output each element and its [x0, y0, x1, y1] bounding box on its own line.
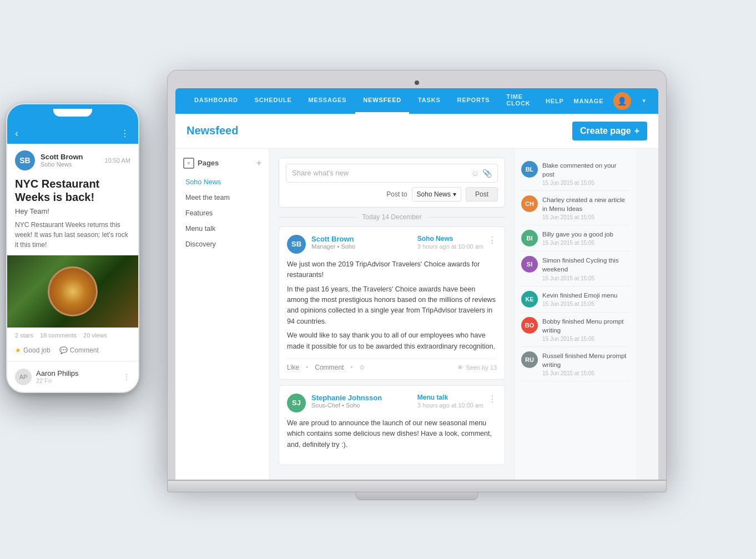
- post-more-menu-1[interactable]: ⋮: [488, 235, 497, 245]
- sidebar-nav-list: Soho News Meet the team Features Menu ta…: [175, 174, 269, 252]
- phone-footer-item: AP Aaron Philips 22 Fri ⋮: [7, 361, 138, 392]
- activity-text-5: Bobby finished Menu prompt writing: [542, 317, 629, 335]
- activity-time-0: 15 Jun 2015 at 15:05: [542, 180, 629, 186]
- phone-comment-button[interactable]: 💬 Comment: [59, 346, 99, 354]
- phone-post-title: NYC Restaurant Weeks is back!: [7, 175, 138, 207]
- star-button-1[interactable]: ☆: [359, 364, 365, 371]
- sidebar-header: ≡ Pages +: [175, 158, 269, 174]
- phone-comments-stat: 18 comments: [40, 332, 77, 339]
- post-author-name-2[interactable]: Stephanie Johnsson: [311, 394, 382, 402]
- share-input-row[interactable]: Share what's new ☺ 📎: [286, 164, 498, 183]
- post-page-tag-1[interactable]: Soho News: [417, 235, 483, 243]
- share-icons: ☺ 📎: [471, 169, 492, 178]
- activity-text-4: Kevin finished Emoji menu: [542, 291, 618, 300]
- activity-text-1: Charley created a new article in Menu Id…: [542, 195, 629, 213]
- phone-post-stats: 2 stars 18 comments 20 views: [7, 328, 138, 343]
- sidebar-item-soho-news[interactable]: Soho News: [175, 174, 269, 190]
- post-time-1: 3 hours ago at 10:00 am: [417, 243, 483, 250]
- nav-user-avatar[interactable]: 👤: [613, 92, 631, 110]
- phone-mockup: ‹ ⋮ SB Scott Brown Soho News 10:50 AM NY…: [6, 103, 139, 393]
- phone-author-sub: Soho News: [41, 161, 99, 168]
- attachment-icon[interactable]: 📎: [482, 169, 492, 178]
- phone-menu-button[interactable]: ⋮: [120, 128, 130, 139]
- activity-avatar-2: BI: [521, 230, 538, 246]
- nav-item-schedule[interactable]: SCHEDULE: [247, 88, 300, 114]
- sidebar-item-menu-talk[interactable]: Menu talk: [175, 221, 269, 236]
- nav-item-timeclock[interactable]: TIME CLOCK: [498, 88, 546, 114]
- laptop-screen: DASHBOARD SCHEDULE MESSAGES NEWSFEED TAS…: [175, 88, 658, 480]
- sidebar: ≡ Pages + Soho News Meet the team Featur…: [175, 149, 270, 480]
- post-body-1: We just won the 2019 TripAdvisor Travele…: [287, 259, 497, 352]
- sidebar-section-label: Pages: [198, 159, 219, 167]
- seen-count-1: 👁 Seen by 13: [457, 364, 497, 371]
- nav-item-tasks[interactable]: TASKS: [410, 88, 448, 114]
- phone-footer-menu[interactable]: ⋮: [123, 372, 130, 381]
- comment-icon: 💬: [59, 346, 68, 354]
- activity-item-0: BL Blake commented on your post 15 Jun 2…: [521, 157, 629, 191]
- laptop-camera: [415, 80, 419, 85]
- activity-item-1: CH Charley created a new article in Menu…: [521, 191, 629, 225]
- activity-item-4: KE Kevin finished Emoji menu 15 Jun 2015…: [521, 286, 629, 313]
- post-meta-right-2: Menu talk 3 hours ago at 10:00 am ⋮: [417, 394, 497, 409]
- activity-avatar-3: SI: [521, 256, 538, 273]
- post-body-2: We are proud to announce the launch of o…: [287, 418, 497, 450]
- phone-post-body: NYC Restaurant Weeks returns this week! …: [7, 220, 138, 255]
- eye-icon: 👁: [457, 364, 463, 371]
- phone-post-subtitle: Hey Team!: [7, 207, 138, 220]
- post-row: Post to Soho News ▾ Post: [286, 187, 498, 202]
- star-icon: ★: [15, 346, 21, 354]
- nav-item-messages[interactable]: MESSAGES: [301, 88, 355, 114]
- nav-item-newsfeed[interactable]: NEWSFEED: [355, 88, 409, 114]
- nav-dropdown-caret[interactable]: ▼: [641, 98, 647, 104]
- activity-avatar-0: BL: [521, 161, 538, 178]
- activity-time-6: 15 Jun 2015 at 15:05: [542, 370, 629, 376]
- nav-item-dashboard[interactable]: DASHBOARD: [187, 88, 246, 114]
- phone-post-actions: ★ Good job 💬 Comment: [7, 343, 138, 361]
- emoji-icon[interactable]: ☺: [471, 169, 479, 178]
- post-to-label: Post to: [386, 190, 407, 198]
- activity-time-3: 15 Jun 2015 at 15:05: [542, 275, 629, 281]
- post-card-1: SB Scott Brown Manager • Soho Soho News: [279, 226, 505, 380]
- post-page-tag-2[interactable]: Menu talk: [417, 394, 483, 401]
- phone-post-time: 10:50 AM: [105, 157, 130, 164]
- phone-food-visual: [48, 266, 98, 316]
- activity-item-6: RU Russell finished Menu prompt writing …: [521, 347, 629, 381]
- like-button-1[interactable]: Like: [287, 364, 299, 371]
- activity-item-5: BO Bobby finished Menu prompt writing 15…: [521, 313, 629, 347]
- pages-icon: ≡: [183, 158, 194, 169]
- phone-good-job-button[interactable]: ★ Good job: [15, 346, 51, 354]
- post-footer-1: Like • Comment • ☆ 👁 Seen by 13: [287, 359, 497, 371]
- post-time-2: 3 hours ago at 10:00 am: [417, 402, 483, 409]
- comment-button-1[interactable]: Comment: [315, 364, 344, 371]
- date-divider: Today 14 December: [279, 213, 505, 221]
- phone-footer-avatar: AP: [15, 369, 32, 385]
- phone-back-button[interactable]: ‹: [15, 128, 18, 139]
- nav-items-list: DASHBOARD SCHEDULE MESSAGES NEWSFEED TAS…: [187, 88, 546, 114]
- phone-notch: [53, 109, 92, 117]
- nav-manage-link[interactable]: MANAGE: [574, 98, 604, 104]
- plus-icon: +: [634, 126, 639, 136]
- activity-avatar-4: KE: [521, 291, 538, 308]
- phone-footer-date: 22 Fri: [36, 377, 79, 384]
- laptop-stand: [356, 492, 478, 500]
- post-more-menu-2[interactable]: ⋮: [488, 394, 497, 404]
- create-page-button[interactable]: Create page +: [572, 122, 647, 140]
- post-to-select[interactable]: Soho News ▾: [412, 187, 461, 202]
- post-author-role-2: Sous-Chef • Soho: [311, 402, 382, 409]
- sidebar-add-button[interactable]: +: [256, 158, 261, 168]
- sidebar-item-meet-team[interactable]: Meet the team: [175, 190, 269, 205]
- post-author-role-1: Manager • Soho: [311, 243, 355, 250]
- activity-text-0: Blake commented on your post: [542, 161, 629, 179]
- sidebar-item-features[interactable]: Features: [175, 205, 269, 221]
- nav-item-reports[interactable]: REPORTS: [450, 88, 498, 114]
- post-avatar-2: SJ: [287, 394, 306, 412]
- activity-time-5: 15 Jun 2015 at 15:05: [542, 336, 629, 342]
- phone-author-name: Scott Brown: [41, 153, 99, 161]
- sidebar-item-discovery[interactable]: Discovery: [175, 236, 269, 252]
- post-author-name-1[interactable]: Scott Brown: [311, 235, 355, 243]
- activity-time-1: 15 Jun 2015 at 15:05: [542, 214, 629, 220]
- post-button[interactable]: Post: [466, 187, 498, 202]
- activity-panel: BL Blake commented on your post 15 Jun 2…: [514, 149, 636, 480]
- activity-avatar-1: CH: [521, 195, 538, 212]
- nav-help-link[interactable]: HELP: [546, 98, 564, 104]
